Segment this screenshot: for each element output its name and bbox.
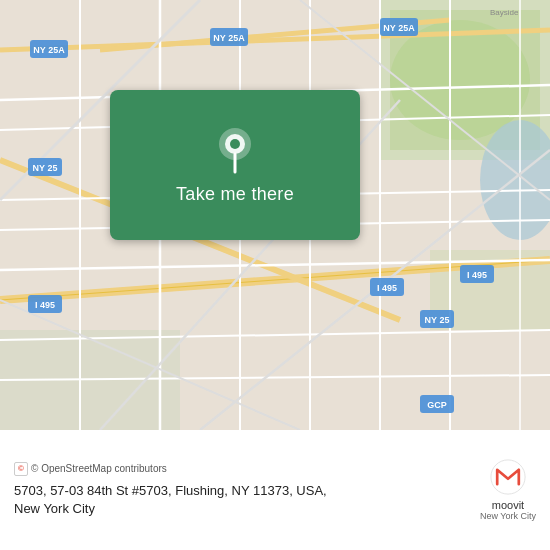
address-section: © © OpenStreetMap contributors 5703, 57-… [14,462,470,518]
moovit-icon [490,459,526,495]
svg-text:NY 25: NY 25 [425,315,450,325]
address-line1: 5703, 57-03 84th St #5703, Flushing, NY … [14,483,327,498]
svg-point-3 [390,20,530,140]
bottom-bar: © © OpenStreetMap contributors 5703, 57-… [0,430,550,550]
svg-point-54 [230,139,240,149]
map-pin-icon [215,126,255,174]
moovit-sublabel: New York City [480,511,536,521]
osm-logo-icon: © [14,462,28,476]
svg-text:I 495: I 495 [377,283,397,293]
svg-text:I 495: I 495 [467,270,487,280]
svg-text:NY 25: NY 25 [33,163,58,173]
svg-text:I 495: I 495 [35,300,55,310]
svg-text:NY 25A: NY 25A [213,33,245,43]
moovit-label: moovit [492,499,524,511]
location-card[interactable]: Take me there [110,90,360,240]
map-container: NY 25A NY 25A NY 25A NY 25 NY 25 NY 25 I… [0,0,550,430]
osm-credit-text: © OpenStreetMap contributors [31,463,167,474]
take-me-there-button[interactable]: Take me there [176,184,294,205]
svg-text:NY 25A: NY 25A [383,23,415,33]
address-text: 5703, 57-03 84th St #5703, Flushing, NY … [14,482,470,518]
svg-text:GCP: GCP [427,400,447,410]
osm-credit: © © OpenStreetMap contributors [14,462,470,476]
svg-text:NY 25A: NY 25A [33,45,65,55]
svg-text:Bayside: Bayside [490,8,519,17]
moovit-logo: moovit New York City [480,459,536,521]
address-line2: New York City [14,501,95,516]
